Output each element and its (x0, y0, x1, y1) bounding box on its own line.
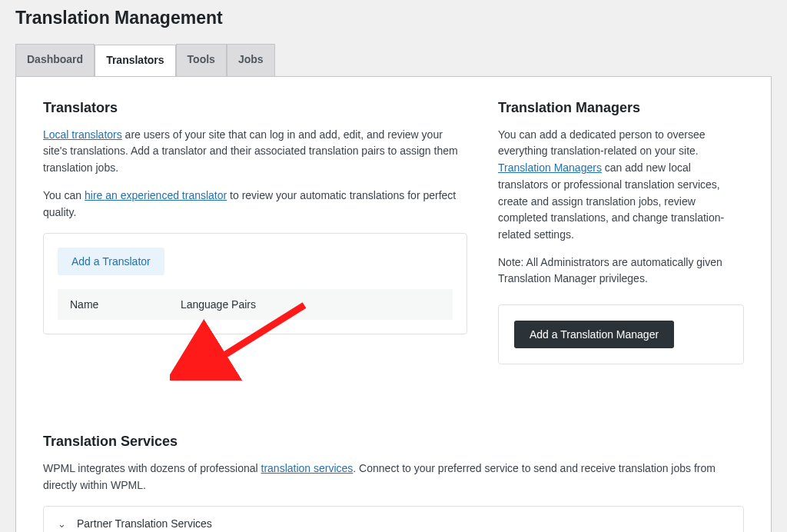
tab-jobs[interactable]: Jobs (227, 44, 275, 76)
translators-desc-1: Local translators are users of your site… (43, 127, 467, 177)
partner-services-label: Partner Translation Services (77, 517, 212, 530)
services-heading: Translation Services (43, 434, 744, 450)
translators-heading: Translators (43, 100, 467, 116)
translators-table: Name Language Pairs (58, 289, 453, 320)
translation-services-section: Translation Services WPML integrates wit… (43, 434, 744, 532)
translation-managers-link[interactable]: Translation Managers (498, 161, 602, 174)
add-translator-button[interactable]: Add a Translator (58, 248, 164, 275)
translators-desc-2: You can hire an experienced translator t… (43, 188, 467, 221)
hire-translator-link[interactable]: hire an experienced translator (85, 189, 227, 201)
col-language-pairs: Language Pairs (168, 289, 453, 320)
managers-box: Add a Translation Manager (498, 304, 744, 364)
tab-tools[interactable]: Tools (176, 44, 227, 76)
services-desc-a: WPML integrates with dozens of professio… (43, 462, 261, 474)
add-translation-manager-button[interactable]: Add a Translation Manager (514, 321, 674, 348)
main-panel: Translators Local translators are users … (15, 76, 772, 532)
translation-services-link[interactable]: translation services (261, 462, 354, 474)
managers-desc-1: You can add a dedicated person to overse… (498, 127, 744, 244)
services-panel: ⌄ Partner Translation Services (43, 506, 744, 532)
managers-desc-2: Note: All Administrators are automatical… (498, 254, 744, 288)
translators-desc-2a: You can (43, 189, 85, 201)
col-name: Name (58, 289, 168, 320)
page-title: Translation Management (15, 8, 772, 28)
chevron-down-icon: ⌄ (58, 518, 66, 530)
managers-heading: Translation Managers (498, 100, 744, 116)
managers-desc-1a: You can add a dedicated person to overse… (498, 128, 706, 158)
tab-dashboard[interactable]: Dashboard (15, 44, 95, 76)
tab-translators[interactable]: Translators (95, 45, 175, 77)
services-desc: WPML integrates with dozens of professio… (43, 461, 744, 494)
translators-sub-panel: Add a Translator Name Language Pairs (43, 233, 467, 334)
tab-list: Dashboard Translators Tools Jobs (15, 44, 772, 76)
local-translators-link[interactable]: Local translators (43, 128, 122, 141)
partner-services-accordion[interactable]: ⌄ Partner Translation Services (44, 507, 743, 532)
